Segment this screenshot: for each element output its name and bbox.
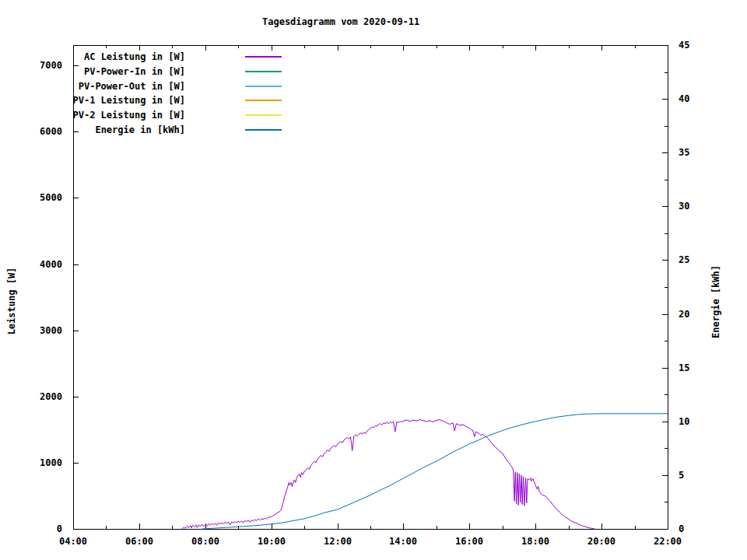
y2-tick-label: 5 [679,470,710,481]
x-tick-label: 06:00 [120,536,159,547]
y-tick-label: 0 [16,523,62,534]
y-tick-label: 4000 [16,259,62,270]
legend-label: AC Leistung in [W] [53,51,185,62]
y2-tick-label: 0 [679,523,710,534]
y-tick-label: 3000 [16,325,62,336]
y2-tick-label: 25 [679,254,710,265]
legend-label: PV-1 Leistung in [W] [53,95,185,106]
legend-label: PV-Power-In in [W] [53,66,185,77]
x-tick-label: 22:00 [648,536,687,547]
x-tick-label: 12:00 [318,536,357,547]
y-tick-label: 2000 [16,391,62,402]
y2-tick-label: 35 [679,147,710,158]
x-tick-label: 18:00 [516,536,555,547]
x-tick-label: 04:00 [54,536,93,547]
x-tick-label: 10:00 [252,536,291,547]
legend-label: Energie in [kWh] [53,124,185,135]
y2-tick-label: 30 [679,201,710,212]
x-tick-label: 16:00 [450,536,489,547]
legend-label: PV-Power-Out in [W] [53,81,185,92]
y2-tick-label: 40 [679,93,710,104]
chart-page: { "title": "Tagesdiagramm vom 2020-09-11… [0,0,747,560]
x-tick-label: 20:00 [582,536,621,547]
y-tick-label: 1000 [16,457,62,468]
y2-tick-label: 20 [679,309,710,320]
y2-tick-label: 45 [679,40,710,51]
x-tick-label: 14:00 [384,536,423,547]
y2-tick-label: 15 [679,362,710,373]
x-tick-label: 08:00 [186,536,225,547]
series-curve-ac-leistung-in-w [182,420,595,529]
legend-label: PV-2 Leistung in [W] [53,110,185,121]
y-tick-label: 5000 [16,192,62,203]
series-curve-energie-in-kwh [202,414,668,529]
y2-tick-label: 10 [679,416,710,427]
